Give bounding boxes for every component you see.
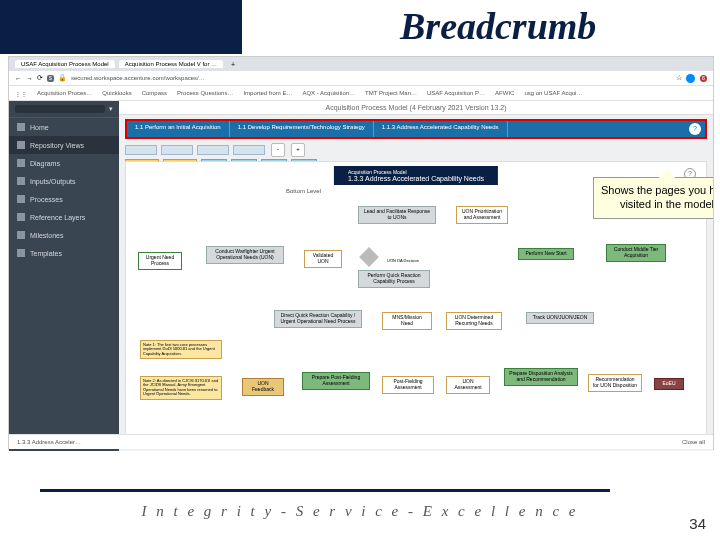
- node-prio[interactable]: UON Prioritization and Assessment: [456, 206, 508, 224]
- page-number: 34: [689, 515, 706, 532]
- bkm-2[interactable]: Compass: [142, 90, 167, 96]
- node-track[interactable]: Track UON/JUON/JEON: [526, 312, 594, 324]
- search-input[interactable]: [15, 105, 105, 113]
- chip[interactable]: [125, 145, 157, 155]
- chip[interactable]: [197, 145, 229, 155]
- chip[interactable]: [233, 145, 265, 155]
- proc-icon: [17, 195, 25, 203]
- note-1: Note 1: The first two core processes imp…: [140, 340, 222, 359]
- bkm-0[interactable]: Acquisition Proces…: [37, 90, 92, 96]
- tmpl-icon: [17, 249, 25, 257]
- node-newstart[interactable]: Perform New Start: [518, 248, 574, 260]
- sidebar-item-tmpl[interactable]: Templates: [9, 244, 119, 262]
- crumb-2[interactable]: 1.1 Develop Requirements/Technology Stra…: [230, 121, 374, 137]
- bkm-9[interactable]: usg on USAF Acqui…: [524, 90, 582, 96]
- bookmark-bar: ⋮⋮ Acquisition Proces… Quicklooks Compas…: [9, 86, 713, 101]
- node-assess[interactable]: UON Assessment: [446, 376, 490, 394]
- crumb-3[interactable]: 1.1.3 Address Accelerated Capability Nee…: [374, 121, 508, 137]
- bkm-6[interactable]: TMT Project Man…: [365, 90, 417, 96]
- home-icon: [17, 123, 25, 131]
- sidebar: ▾ Home Repository Views Diagrams Inputs/…: [9, 101, 119, 451]
- bkm-4[interactable]: Imported from E…: [243, 90, 292, 96]
- airforce-logo: [50, 6, 106, 48]
- node-eoeu[interactable]: EoEU: [654, 378, 684, 390]
- node-mty[interactable]: Conduct Middle Tier Acquisition: [606, 244, 666, 262]
- lock-icon: 🔒: [58, 74, 67, 82]
- node-rev[interactable]: UON Determined Recurring Needs: [446, 312, 502, 330]
- bkm-5[interactable]: AQX - Acquisition…: [302, 90, 355, 96]
- node-warf[interactable]: Conduct Warfighter Urgent Operational Ne…: [206, 246, 284, 264]
- sidebar-item-repo[interactable]: Repository Views: [9, 136, 119, 154]
- node-rec[interactable]: Recommendation for UON Disposition: [588, 374, 642, 392]
- tab-1[interactable]: USAF Acquisition Process Model: [15, 60, 115, 68]
- crumb-1[interactable]: 1.1 Perform an Initial Acquisition: [127, 121, 230, 137]
- node-direct[interactable]: Direct Quick Reaction Capability / Urgen…: [274, 310, 362, 328]
- bkm-3[interactable]: Process Questions…: [177, 90, 233, 96]
- breadcrumb: 1.1 Perform an Initial Acquisition 1.1 D…: [125, 119, 707, 139]
- note-2: Note 2: As directed in CJCSI 3170.01I an…: [140, 376, 222, 400]
- node-pfass[interactable]: Post-Fielding Assessment: [382, 376, 434, 394]
- node-valid[interactable]: Validated UON: [304, 250, 342, 268]
- footer-rule: [40, 489, 610, 492]
- sidebar-item-home[interactable]: Home: [9, 118, 119, 136]
- node-mns[interactable]: MNS/Mission Need: [382, 312, 432, 330]
- bkm-7[interactable]: USAF Acquisition P…: [427, 90, 485, 96]
- toolbar-1: - +: [125, 143, 707, 157]
- star-icon[interactable]: ☆: [676, 74, 682, 82]
- site-badge: S: [47, 75, 54, 82]
- node-lead[interactable]: Lead and Facilitate Response to UONs: [358, 206, 436, 224]
- bkm-1[interactable]: Quicklooks: [102, 90, 131, 96]
- node-disp[interactable]: Prepare Disposition Analysis and Recomme…: [504, 368, 578, 386]
- notif-badge: 8: [700, 75, 707, 82]
- decision-icon: [359, 247, 379, 267]
- bkm-8[interactable]: AFWIC: [495, 90, 514, 96]
- node-pfa[interactable]: Prepare Post-Fielding Assessment: [302, 372, 370, 390]
- address-bar: ← → ⟳ S 🔒 secured.workspace.accenture.co…: [9, 71, 713, 86]
- node-quick[interactable]: Perform Quick Reaction Capability Proces…: [358, 270, 430, 288]
- footer-motto: I n t e g r i t y - S e r v i c e - E x …: [0, 503, 720, 520]
- tab-2[interactable]: Acquisition Process Model V for …: [119, 60, 223, 68]
- status-right[interactable]: Close all: [682, 439, 705, 445]
- diagram-icon: [17, 159, 25, 167]
- avatar-icon[interactable]: [686, 74, 695, 83]
- level-label: Bottom Level: [286, 188, 321, 194]
- sidebar-item-mile[interactable]: Milestones: [9, 226, 119, 244]
- reload-icon[interactable]: ⟳: [37, 74, 43, 82]
- node-fdbk[interactable]: UON Feedback: [242, 378, 284, 396]
- slide-title: Breadcrumb: [400, 4, 596, 48]
- tool-btn[interactable]: +: [291, 143, 305, 157]
- sidebar-item-proc[interactable]: Processes: [9, 190, 119, 208]
- url-text[interactable]: secured.workspace.accenture.com/workspac…: [71, 75, 672, 81]
- back-icon[interactable]: ←: [15, 75, 22, 82]
- node-urgent[interactable]: Urgent Need Process: [138, 252, 182, 270]
- sidebar-item-io[interactable]: Inputs/Outputs: [9, 172, 119, 190]
- mile-icon: [17, 231, 25, 239]
- tool-btn[interactable]: -: [271, 143, 285, 157]
- app-title: Acquisition Process Model (4 February 20…: [119, 101, 713, 115]
- status-left[interactable]: 1.3.3 Address Acceler…: [17, 439, 81, 445]
- browser-tab-strip: USAF Acquisition Process Model Acquisiti…: [9, 57, 713, 71]
- repo-icon: [17, 141, 25, 149]
- apps-icon[interactable]: ⋮⋮: [15, 90, 27, 97]
- main-panel: Acquisition Process Model (4 February 20…: [119, 101, 713, 451]
- decision-label: UON DA Decision: [382, 257, 424, 266]
- callout-tooltip: Shows the pages you have visited in the …: [593, 177, 713, 219]
- diagram-header: Acquisition Process Model 1.3.3 Address …: [334, 166, 498, 185]
- status-bar: 1.3.3 Address Acceler… Close all: [9, 434, 713, 449]
- fwd-icon[interactable]: →: [26, 75, 33, 82]
- browser-window: USAF Acquisition Process Model Acquisiti…: [8, 56, 714, 450]
- help-icon[interactable]: ?: [689, 123, 701, 135]
- ref-icon: [17, 213, 25, 221]
- sidebar-item-ref[interactable]: Reference Layers: [9, 208, 119, 226]
- sidebar-item-diagrams[interactable]: Diagrams: [9, 154, 119, 172]
- filter-icon[interactable]: ▾: [109, 105, 113, 113]
- io-icon: [17, 177, 25, 185]
- chip[interactable]: [161, 145, 193, 155]
